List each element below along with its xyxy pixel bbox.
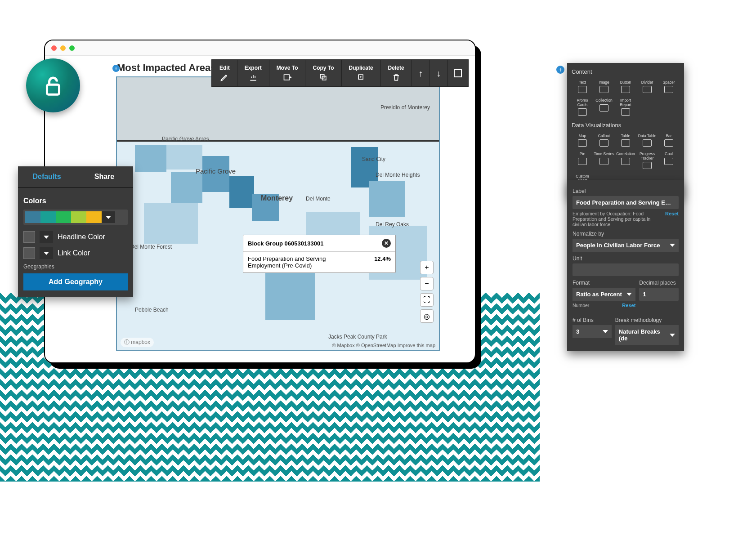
- move-icon: [283, 73, 292, 82]
- duplicate-button[interactable]: Duplicate: [342, 60, 381, 86]
- fullscreen-button[interactable]: ⛶: [420, 293, 434, 307]
- map-region[interactable]: [135, 145, 166, 172]
- palette-item-label: Collection: [595, 98, 612, 103]
- tab-defaults[interactable]: Defaults: [18, 166, 76, 187]
- close-icon[interactable]: [51, 45, 57, 51]
- palette-swatch: [56, 211, 71, 223]
- palette-item-label: Data Table: [638, 134, 656, 138]
- color-swatch[interactable]: [23, 231, 35, 243]
- viz-item-data-table[interactable]: Data Table: [636, 131, 658, 149]
- viz-item-progress-tracker[interactable]: Progress Tracker: [636, 149, 658, 172]
- palette-item-label: Divider: [641, 80, 653, 85]
- edit-button[interactable]: Edit: [212, 60, 237, 86]
- normalize-select[interactable]: People In Civilian Labor Force: [573, 239, 679, 252]
- palette-dropdown-icon[interactable]: [102, 211, 115, 223]
- viz-item-goal[interactable]: Goal: [658, 149, 680, 172]
- viz-item-map[interactable]: Map: [572, 131, 593, 149]
- break-select[interactable]: Natural Breaks (de: [615, 325, 679, 345]
- chevron-down-icon: [670, 334, 675, 337]
- mapbox-logo: ⓘ mapbox: [121, 338, 154, 347]
- map-region[interactable]: [369, 181, 405, 217]
- choropleth-map[interactable]: Pacific Grove Acres Pacific Grove Monter…: [116, 76, 440, 351]
- copy-to-button[interactable]: Copy To: [305, 60, 341, 86]
- move-down-button[interactable]: ↓: [430, 60, 448, 86]
- export-icon: [249, 73, 258, 82]
- chevron-down-icon[interactable]: [40, 247, 53, 259]
- locate-button[interactable]: ◎: [420, 309, 434, 323]
- tooltip-metric-label: Food Preparation and Serving Employment …: [248, 255, 342, 269]
- content-item-spacer[interactable]: Spacer: [658, 78, 680, 96]
- format-panel: Label Food Preparation and Serving Empl …: [567, 180, 684, 351]
- content-item-collection[interactable]: Collection: [593, 96, 615, 118]
- maximize-icon[interactable]: [69, 45, 75, 51]
- map-region[interactable]: [166, 145, 202, 170]
- content-item-promo-cards[interactable]: Promo Cards: [572, 96, 593, 118]
- unit-heading: Unit: [573, 255, 679, 262]
- minimize-icon[interactable]: [60, 45, 66, 51]
- map-region[interactable]: [229, 176, 254, 208]
- chevron-down-icon[interactable]: [40, 231, 53, 243]
- delete-button[interactable]: Delete: [381, 60, 412, 86]
- map-label: Presidio of Monterey: [380, 104, 430, 111]
- map-label: Pebble Beach: [135, 307, 169, 313]
- add-geography-button[interactable]: Add Geography: [23, 273, 128, 290]
- viz-item-pie[interactable]: Pie: [572, 149, 593, 172]
- tab-share[interactable]: Share: [76, 166, 133, 187]
- content-item-divider[interactable]: Divider: [636, 78, 658, 96]
- move-to-button[interactable]: Move To: [269, 60, 306, 86]
- map-controls: + − ⛶ ◎: [420, 261, 434, 323]
- map-label: Pacific Grove Acres: [162, 136, 209, 142]
- style-panel-tabs: Defaults Share: [18, 166, 133, 188]
- svg-rect-4: [47, 85, 59, 94]
- map-region[interactable]: [144, 203, 198, 244]
- normalize-value: People In Civilian Labor Force: [576, 242, 660, 249]
- bins-select[interactable]: 3: [573, 325, 612, 338]
- content-item-image[interactable]: Image: [593, 78, 615, 96]
- headline-color-label: Headline Color: [58, 233, 105, 241]
- content-item-import-report[interactable]: Import Report: [615, 96, 636, 118]
- color-swatch[interactable]: [23, 247, 35, 259]
- palette-item-label: Button: [620, 80, 631, 85]
- palette-select[interactable]: [23, 210, 128, 225]
- reset-label-button[interactable]: Reset: [665, 211, 679, 216]
- label-input[interactable]: Food Preparation and Serving Empl: [573, 196, 679, 209]
- format-select[interactable]: Ratio as Percent: [573, 288, 635, 301]
- reset-format-button[interactable]: Reset: [622, 303, 635, 308]
- progress-tracker-icon: [643, 162, 652, 169]
- viz-item-time-series[interactable]: Time Series: [593, 149, 615, 172]
- unit-input[interactable]: [573, 263, 679, 276]
- headline-color-row: Headline Color: [23, 231, 128, 243]
- goal-icon: [664, 158, 673, 165]
- svg-rect-0: [284, 75, 289, 80]
- tooltip-close-icon[interactable]: ✕: [382, 239, 391, 248]
- palette-item-label: Progress Tracker: [636, 152, 658, 161]
- export-button[interactable]: Export: [237, 60, 269, 86]
- viz-item-table[interactable]: Table: [615, 131, 636, 149]
- move-up-button[interactable]: ↑: [412, 60, 430, 86]
- add-content-button[interactable]: +: [556, 66, 564, 74]
- map-region[interactable]: [265, 271, 315, 320]
- import-report-icon: [621, 108, 630, 116]
- viz-item-bar[interactable]: Bar: [658, 131, 680, 149]
- add-block-button[interactable]: +: [112, 65, 120, 72]
- decimal-input[interactable]: 1: [639, 288, 679, 301]
- content-item-button[interactable]: Button: [615, 78, 636, 96]
- unlock-icon: [41, 73, 65, 98]
- content-item-text[interactable]: Text: [572, 78, 593, 96]
- promo-cards-icon: [578, 108, 587, 116]
- map-region[interactable]: [171, 172, 202, 203]
- spacer-icon: [664, 86, 673, 93]
- viz-item-correlation[interactable]: Correlation: [615, 149, 636, 172]
- fullscreen-toggle-button[interactable]: [448, 60, 468, 86]
- palette-swatch: [40, 211, 56, 223]
- zoom-out-button[interactable]: −: [420, 277, 434, 290]
- map-label: Del Rey Oaks: [376, 221, 409, 228]
- normalize-heading: Normalize by: [573, 231, 679, 237]
- block-toolbar: Edit Export Move To Copy To Duplicate De…: [211, 59, 469, 87]
- content-heading: Content: [572, 68, 680, 75]
- map-attribution[interactable]: © Mapbox © OpenStreetMap Improve this ma…: [332, 343, 435, 348]
- toolbar-label: Copy To: [313, 65, 334, 71]
- divider-icon: [643, 86, 652, 93]
- viz-item-callout[interactable]: Callout: [593, 131, 615, 149]
- zoom-in-button[interactable]: +: [420, 261, 434, 274]
